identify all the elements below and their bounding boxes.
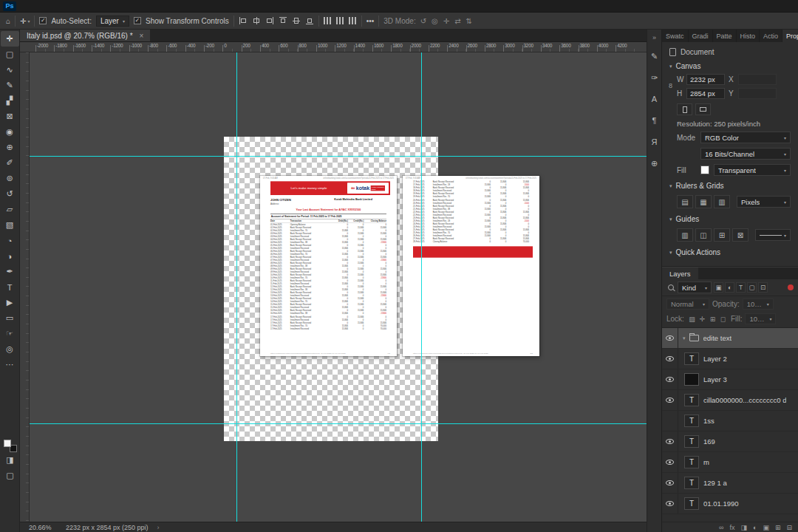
zoom-tool[interactable]: ◎ (1, 341, 19, 357)
bit-depth-select[interactable]: 16 Bits/Channel ▾ (700, 148, 791, 160)
align-top-edges-icon[interactable] (279, 16, 287, 25)
move-tool[interactable]: ✛ (1, 31, 19, 47)
menu-select[interactable] (72, 0, 82, 12)
filter-smart-objects-icon[interactable]: ⊡ (758, 282, 768, 293)
lock-position-icon[interactable]: ⊞ (708, 314, 717, 324)
new-adjustment-layer-icon[interactable]: ◐ (753, 524, 757, 531)
frame-tool[interactable]: ⊠ (1, 109, 19, 124)
layer-thumbnail[interactable]: T (684, 435, 699, 448)
canvas-section-header[interactable]: ▾ Canvas (662, 58, 798, 72)
layer-169[interactable]: ▾ T 169 (662, 432, 798, 452)
3d-slide-icon[interactable]: ⇄ (454, 17, 460, 25)
auto-select-checkbox[interactable]: ✓ (39, 17, 47, 24)
layer-129-1-a[interactable]: ▾ T 129 1 a (662, 473, 798, 494)
layer-visibility-toggle[interactable] (662, 349, 678, 369)
quick-actions-section-header[interactable]: ▾ Quick Actions (662, 245, 798, 259)
menu-type[interactable] (61, 0, 72, 12)
menu-filter[interactable] (82, 0, 92, 12)
hand-tool[interactable]: ☞ (1, 326, 19, 341)
guide-layout-icon[interactable]: ◫ (695, 228, 712, 242)
3d-pan-icon[interactable]: ✛ (443, 17, 449, 25)
brush-settings-panel-icon[interactable]: ✑ (648, 72, 661, 83)
document-tab[interactable]: Italy id.psd @ 20.7% (RGB/16) * × (20, 30, 150, 41)
eraser-tool[interactable]: ▱ (1, 202, 19, 217)
align-bottom-edges-icon[interactable] (305, 16, 314, 25)
statement-page-2[interactable]: 07-Feb, 9:40 AM onlinebanking.kotak.com/… (403, 176, 539, 356)
distribute-spacing-icon[interactable] (349, 17, 350, 24)
layer-group-edite-text[interactable]: ▾ T edite text (662, 328, 798, 349)
filtering-toggle-icon[interactable] (788, 284, 794, 290)
vertical-guide[interactable] (421, 52, 422, 522)
crop-tool[interactable]: ▞ (1, 93, 19, 109)
layer-thumbnail[interactable]: T (684, 352, 699, 365)
horizontal-guide[interactable] (30, 423, 647, 424)
add-layer-mask-icon[interactable]: ◨ (740, 524, 747, 531)
delete-layer-icon[interactable]: ⊟ (786, 524, 792, 531)
layer-layer-2[interactable]: ▾ T Layer 2 (662, 349, 798, 369)
blend-mode-select[interactable]: Normal ▾ (666, 299, 709, 310)
clone-stamp-tool[interactable]: ⊚ (1, 171, 19, 186)
gradient-tool[interactable]: ▧ (1, 217, 19, 233)
healing-brush-tool[interactable]: ⊕ (1, 140, 19, 155)
foreground-color-swatch[interactable] (4, 440, 11, 447)
layer-m[interactable]: ▾ T m (662, 452, 798, 473)
layer-visibility-toggle[interactable] (662, 452, 678, 472)
statement-page-1[interactable]: 07-Feb, 9:40 AM onlinebanking.kotak.com/… (260, 176, 397, 356)
layer-visibility-toggle[interactable] (662, 411, 678, 431)
lock-all-icon[interactable]: ◻ (718, 314, 728, 324)
eyedropper-tool[interactable]: ◉ (1, 124, 19, 140)
filter-adjustment-layers-icon[interactable]: ◐ (725, 282, 734, 293)
horizontal-guide[interactable] (30, 156, 647, 157)
guides-visibility-icon[interactable]: ▥ (677, 228, 693, 242)
blur-tool[interactable]: ◔ (1, 233, 19, 248)
layer-01-01-1990[interactable]: ▾ T 01.01.1990 (662, 494, 798, 514)
layer-thumbnail[interactable]: T (684, 394, 699, 406)
kind-filter-select[interactable]: Kind ▾ (678, 282, 712, 293)
menu-view[interactable] (103, 0, 113, 12)
layer-visibility-toggle[interactable] (662, 473, 678, 493)
screen-mode-icon[interactable]: ▢ (1, 468, 19, 483)
filter-pixel-layers-icon[interactable]: ▣ (714, 282, 723, 293)
landscape-orientation-button[interactable] (695, 103, 711, 115)
menu-help[interactable] (123, 0, 134, 12)
layer-thumbnail[interactable]: T (684, 373, 699, 386)
tab-gradients[interactable]: Gradi (689, 30, 713, 42)
type-tool[interactable]: T (1, 279, 19, 295)
shape-tool[interactable]: ▭ (1, 310, 19, 326)
quick-mask-mode-icon[interactable]: ◨ (1, 452, 19, 468)
layer-1ss[interactable]: ▾ T 1ss (662, 411, 798, 432)
close-icon[interactable]: × (140, 32, 144, 40)
filter-type-layers-icon[interactable]: T (736, 282, 746, 293)
fill-select[interactable]: Transparent ▾ (714, 164, 791, 176)
menu-3d[interactable] (92, 0, 103, 12)
snap-toggle-icon[interactable]: ▥ (714, 195, 730, 208)
link-layers-icon[interactable]: ∞ (719, 524, 723, 531)
layer-thumbnail[interactable]: T (684, 415, 699, 427)
status-chevron-icon[interactable]: › (157, 524, 160, 531)
marquee-tool[interactable]: ▢ (1, 47, 19, 62)
layer-cilla[interactable]: ▾ T cilla0000000...cccccccc0 d (662, 390, 798, 411)
pen-panel-icon[interactable]: ✎ (648, 50, 661, 62)
layer-visibility-toggle[interactable] (662, 328, 678, 348)
menu-image[interactable] (41, 0, 51, 12)
align-right-edges-icon[interactable] (265, 16, 274, 25)
units-select[interactable]: Pixels ▾ (737, 196, 791, 208)
layer-effects-icon[interactable]: fx (729, 524, 734, 531)
distribute-vertical-icon[interactable] (336, 17, 338, 24)
filter-shape-layers-icon[interactable]: ▢ (747, 282, 757, 293)
pen-tool[interactable]: ✒ (1, 264, 19, 279)
tab-actions[interactable]: Actio (760, 30, 782, 42)
layer-visibility-toggle[interactable] (662, 369, 678, 389)
ruler-toggle-icon[interactable]: ▤ (677, 195, 693, 208)
dodge-tool[interactable]: ◑ (1, 248, 19, 264)
layer-layer-3[interactable]: ▾ T Layer 3 (662, 369, 798, 390)
tab-layers[interactable]: Layers (662, 267, 698, 279)
horizontal-ruler[interactable]: -2000 -1800 -1600 -1400 -1200 -1000 -800… (20, 42, 647, 52)
character-panel-icon[interactable]: A (648, 93, 661, 105)
3d-orbit-icon[interactable]: ↺ (420, 17, 426, 25)
distribute-horizontal-icon[interactable] (324, 17, 325, 24)
quick-selection-tool[interactable]: ✎ (1, 78, 19, 93)
align-vertical-centers-icon[interactable] (292, 16, 301, 25)
tab-properties[interactable]: Properties (782, 30, 798, 42)
align-horizontal-centers-icon[interactable] (252, 16, 261, 25)
